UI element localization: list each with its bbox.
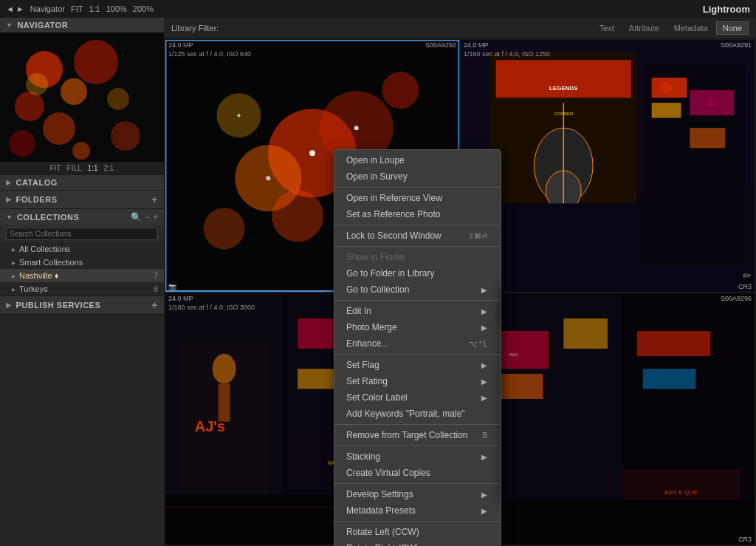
svg-point-10 [26, 73, 48, 95]
collections-search-btn[interactable]: 🔍 [131, 212, 142, 222]
ctx-open-loupe[interactable]: Open in Loupe [334, 152, 501, 168]
filter-label: Library Filter: [171, 24, 219, 33]
ctx-goto-folder[interactable]: Go to Folder in Library [334, 265, 501, 281]
svg-point-21 [266, 176, 270, 180]
ctx-enhance[interactable]: Enhance... ⌥⌃L [334, 335, 501, 352]
zoom-200-btn[interactable]: 200% [133, 4, 154, 13]
ctx-set-color[interactable]: Set Color Label ▶ [334, 389, 501, 406]
catalog-section: ▶ Catalog [0, 175, 164, 191]
svg-rect-66 [643, 369, 696, 389]
svg-point-47 [213, 353, 236, 383]
top-bar: ◄ ► Navigator FIT 1:1 100% 200% Lightroo… [0, 0, 756, 18]
svg-point-19 [204, 208, 245, 249]
filter-tab-metadata[interactable]: Metadata [667, 21, 715, 35]
zoom-2-control[interactable]: 2:1 [104, 164, 114, 172]
app-title: Lightroom [703, 4, 750, 15]
ctx-show-finder: Show in Finder [334, 249, 501, 265]
ctx-goto-collection[interactable]: Go to Collection ▶ Goto Library Go to Co… [334, 281, 501, 298]
folders-section: ▶ Folders + [0, 191, 164, 209]
ctx-photo-merge[interactable]: Photo Merge ▶ [334, 319, 501, 335]
catalog-header[interactable]: ▶ Catalog [0, 175, 164, 190]
filter-tab-text[interactable]: Text [593, 21, 621, 35]
ctx-metadata-presets[interactable]: Metadata Presets ▶ [334, 502, 501, 519]
ctx-open-survey[interactable]: Open in Survey [334, 168, 501, 185]
publish-arrow: ▶ [6, 301, 12, 309]
collections-section: ▼ Collections 🔍 − + ▸ All Collections ▸ … [0, 209, 164, 296]
navigator-header[interactable]: ▼ Navigator [0, 18, 164, 33]
ctx-sep-3 [334, 246, 501, 247]
photo-exif-3: 1/160 sec at f / 4.0, ISO 3000 [168, 304, 255, 311]
ctx-add-keywords[interactable]: Add Keywords "Portrait, male" [334, 406, 501, 422]
smart-collections-icon: ▸ [12, 259, 16, 267]
svg-point-8 [72, 142, 90, 160]
publish-add-btn[interactable]: + [151, 299, 158, 311]
svg-rect-48 [219, 383, 230, 421]
zoom-100-btn[interactable]: 100% [106, 4, 127, 13]
top-bar-right: Lightroom [703, 4, 750, 15]
collections-item-turkeys[interactable]: ▸ Turkeys 6 [0, 282, 164, 296]
ctx-rotate-right[interactable]: Rotate Right (CW) [334, 540, 501, 546]
ctx-rotate-left[interactable]: Rotate Left (CCW) [334, 524, 501, 540]
ctx-lock-second[interactable]: Lock to Second Window ⇧⌘⏎ [334, 228, 501, 244]
folders-title: Folders [16, 195, 58, 204]
ctx-sep-6 [334, 424, 501, 425]
ctx-remove-target[interactable]: Remove from Target Collection B [334, 427, 501, 443]
main-layout: ▼ Navigator [0, 18, 756, 546]
nashville-count: 7 [154, 272, 158, 280]
zoom-1to1-btn[interactable]: 1:1 [89, 4, 100, 13]
collections-search-row [0, 225, 164, 242]
svg-point-6 [107, 88, 129, 110]
all-collections-label: All Collections [19, 245, 70, 253]
navigator-arrow: ▼ [6, 21, 13, 29]
zoom-fit-btn[interactable]: FIT [71, 4, 83, 13]
photo-cell-2[interactable]: LEGENDS CORNER [461, 40, 755, 292]
zoom-1-control[interactable]: 1:1 [88, 164, 98, 172]
filter-tab-none[interactable]: None [716, 21, 749, 35]
folders-arrow: ▶ [6, 196, 12, 203]
photo-icon-1: 📷 [168, 283, 176, 290]
navigator-zoom-controls: FIT FILL 1:1 2:1 [0, 162, 164, 174]
collections-plus-btn[interactable]: + [153, 212, 158, 222]
ctx-develop-settings[interactable]: Develop Settings ▶ [334, 486, 501, 502]
nashville-icon: ▸ [12, 272, 16, 280]
svg-point-9 [111, 121, 140, 151]
ctx-create-virtual[interactable]: Create Virtual Copies [334, 465, 501, 481]
turkeys-count: 6 [154, 285, 158, 293]
context-menu[interactable]: Open in Loupe Open in Survey Open in Ref… [334, 149, 501, 546]
set-rating-arrow: ▶ [481, 378, 487, 386]
svg-rect-69 [461, 499, 755, 545]
navigator-section: ▼ Navigator [0, 18, 164, 175]
svg-text:BAR-B-QUE: BAR-B-QUE [664, 489, 697, 496]
collections-item-nashville[interactable]: ▸ Nashville ♦ 7 [0, 269, 164, 282]
collections-header: ▼ Collections 🔍 − + [0, 209, 164, 225]
svg-point-24 [238, 114, 241, 117]
folders-add-btn[interactable]: + [151, 194, 158, 205]
publish-header[interactable]: ▶ Publish Services + [0, 296, 164, 314]
filter-bar: Library Filter: Text Attribute Metadata … [164, 18, 756, 38]
ctx-stacking[interactable]: Stacking ▶ [334, 448, 501, 465]
collections-minus-btn[interactable]: − [145, 212, 150, 222]
collections-item-all[interactable]: ▸ All Collections [0, 242, 164, 256]
photo-cell-4[interactable]: B&A BAR-B-QUE S00A9296 CR3 • [461, 293, 755, 545]
svg-point-7 [9, 130, 35, 157]
collections-item-smart[interactable]: ▸ Smart Collections [0, 256, 164, 269]
ctx-edit-in[interactable]: Edit In ▶ Edit in Adobe Photoshop 2023..… [334, 303, 501, 319]
ctx-set-reference[interactable]: Set as Reference Photo [334, 206, 501, 222]
ctx-set-rating[interactable]: Set Rating ▶ [334, 373, 501, 389]
ctx-sep-7 [334, 446, 501, 446]
photo-exif-1: 1/125 sec at f / 4.0, ISO 640 [168, 50, 251, 58]
collections-arrow: ▼ [6, 214, 13, 221]
turkeys-icon: ▸ [12, 285, 16, 293]
photo-image-2: LEGENDS CORNER [461, 40, 755, 292]
nav-back-forward-btn[interactable]: ◄ ► [6, 4, 24, 13]
folders-header[interactable]: ▶ Folders + [0, 191, 164, 208]
filter-tab-attribute[interactable]: Attribute [622, 21, 666, 35]
photo-exif-2: 1/160 sec at f / 4.0, ISO 1250 [464, 50, 550, 58]
zoom-fit-control[interactable]: FIT [50, 164, 61, 172]
ctx-sep-5 [334, 354, 501, 355]
navigator-thumbnail [0, 33, 164, 162]
ctx-set-flag[interactable]: Set Flag ▶ [334, 357, 501, 373]
collections-search-input[interactable] [6, 228, 158, 240]
ctx-open-reference[interactable]: Open in Reference View [334, 190, 501, 206]
zoom-fill-control[interactable]: FILL [67, 164, 82, 172]
